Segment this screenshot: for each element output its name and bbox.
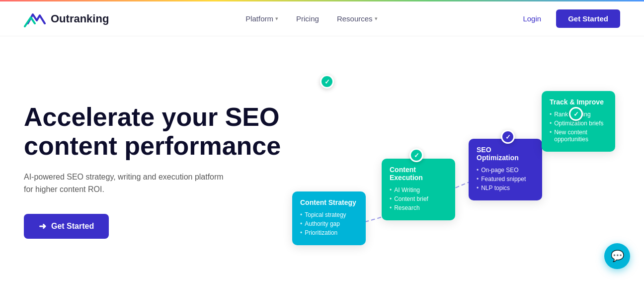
card-content-execution: Content Execution AI Writing Content bri… [382, 159, 455, 220]
card-content-strategy-items: Topical strategy Authority gap Prioritiz… [300, 211, 358, 236]
chat-bubble[interactable]: 💬 [604, 243, 630, 269]
card-content-execution-title: Content Execution [390, 166, 447, 182]
node-track-improve: ✓ [569, 107, 583, 121]
hero-left: Accelerate your SEO content performance … [24, 102, 282, 239]
card-content-strategy: Content Strategy Topical strategy Author… [292, 191, 366, 245]
login-button[interactable]: Login [514, 10, 550, 27]
node-seo-optimization: ✓ [501, 130, 515, 144]
card-content-strategy-title: Content Strategy [300, 198, 358, 206]
list-item: Research [390, 204, 447, 211]
card-track-improve-title: Track & Improve [550, 98, 607, 106]
hero-get-started-button[interactable]: ➜ Get Started [24, 214, 109, 239]
nav-get-started-button[interactable]: Get Started [556, 9, 620, 28]
list-item: AI Writing [390, 187, 447, 193]
resources-chevron-icon: ▾ [375, 15, 378, 22]
card-track-improve: Track & Improve Rank tracking Optimizati… [542, 91, 615, 152]
nav-links: Platform ▾ Pricing Resources ▾ [239, 10, 384, 27]
logo-icon [24, 9, 46, 28]
nav-platform[interactable]: Platform ▾ [239, 10, 285, 27]
list-item: Authority gap [300, 220, 358, 227]
list-item: Optimization briefs [550, 120, 607, 127]
list-item: On-page SEO [477, 167, 534, 174]
card-seo-optimization-items: On-page SEO Featured snippet NLP topics [477, 167, 534, 191]
platform-chevron-icon: ▾ [275, 15, 278, 22]
hero-subtitle: AI-powered SEO strategy, writing and exe… [24, 171, 233, 196]
arrow-icon: ➜ [39, 221, 46, 232]
navbar: Outranking Platform ▾ Pricing Resources … [0, 1, 644, 36]
diagram-container: ✓ ✓ ✓ ✓ Content Strategy Topical strateg… [282, 76, 620, 265]
node-content-execution: ✓ [409, 148, 423, 162]
list-item: Prioritization [300, 229, 358, 236]
card-seo-optimization-title: SEO Optimization [477, 146, 534, 162]
nav-actions: Login Get Started [514, 9, 620, 28]
list-item: Topical strategy [300, 211, 358, 218]
list-item: Content brief [390, 195, 447, 202]
card-seo-optimization: SEO Optimization On-page SEO Featured sn… [469, 139, 542, 200]
node-content-strategy: ✓ [320, 75, 334, 89]
nav-pricing[interactable]: Pricing [289, 10, 326, 27]
nav-resources[interactable]: Resources ▾ [330, 10, 385, 27]
card-content-execution-items: AI Writing Content brief Research [390, 187, 447, 211]
chat-icon: 💬 [611, 250, 624, 263]
list-item: New content opportunities [550, 129, 607, 143]
hero-section: Accelerate your SEO content performance … [0, 36, 644, 283]
list-item: NLP topics [477, 185, 534, 191]
list-item: Featured snippet [477, 176, 534, 183]
hero-diagram: ✓ ✓ ✓ ✓ Content Strategy Topical strateg… [282, 56, 620, 283]
hero-title: Accelerate your SEO content performance [24, 102, 282, 160]
logo[interactable]: Outranking [24, 9, 109, 28]
logo-text: Outranking [51, 12, 109, 25]
